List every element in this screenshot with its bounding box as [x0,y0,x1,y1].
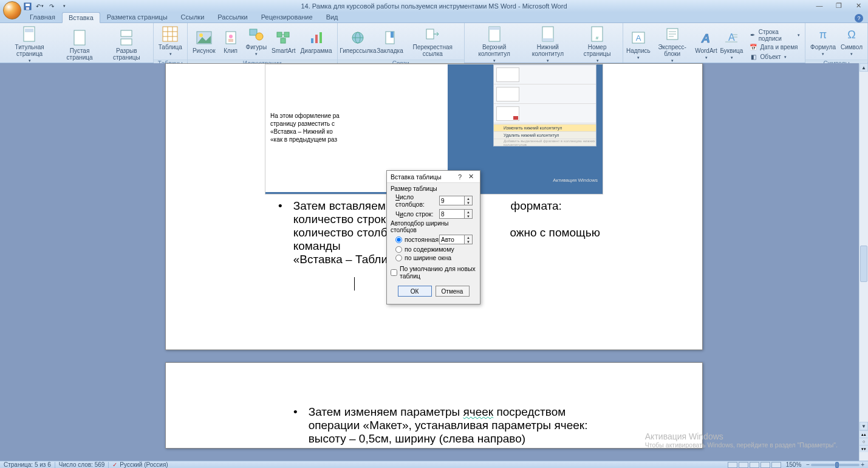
svg-rect-5 [74,30,85,45]
signature-line-button[interactable]: ✒Строка подписи▾ [747,28,802,43]
symbol-button[interactable]: ΩСимвол▾ [838,24,865,58]
titlebar: ↶▾ ↷ ▾ 14. Рамка для курсовой работы пол… [0,0,868,12]
text: На этом оформление ра [270,112,340,119]
textbox-button[interactable]: AНадпись▾ [626,28,651,62]
scroll-thumb[interactable] [860,246,867,282]
browse-object-button[interactable]: ○ [859,438,868,445]
page-break-button[interactable]: Разрыв страницы [103,28,151,62]
language-indicator[interactable]: Русский (Россия) [120,461,168,468]
bookmark-button[interactable]: Закладка [376,28,403,55]
smartart-button[interactable]: SmartArt [269,28,298,55]
undo-icon[interactable]: ↶▾ [34,1,45,11]
next-page-button[interactable]: ▾▾ [859,445,868,452]
tab-view[interactable]: Вид [320,12,345,22]
page[interactable]: Затем изменяем параметры ячеек посредств… [165,362,703,449]
header-button[interactable]: Верхний колонтитул▾ [467,24,522,65]
view-full-screen[interactable] [739,462,748,468]
close-button[interactable]: ✕ [851,1,866,10]
calendar-icon: 📅 [749,43,757,52]
view-draft[interactable] [771,462,781,468]
group-text: AНадпись▾ Экспресс-блоки▾ AWordArt▾ AБук… [623,23,805,63]
tab-mailings[interactable]: Рассылки [211,12,254,22]
dialog-titlebar[interactable]: Вставка таблицы ? ✕ [387,171,480,183]
dialog-help-button[interactable]: ? [454,173,465,181]
signature-icon: ✒ [749,31,756,40]
equation-button[interactable]: πФормула▾ [808,24,838,58]
prev-page-button[interactable]: ▴▴ [859,430,868,438]
scroll-up-button[interactable]: ▲ [859,63,868,72]
chart-button[interactable]: Диаграмма [298,28,335,55]
redo-icon[interactable]: ↷ [46,1,57,11]
word-count[interactable]: Число слов: 569 [59,461,105,468]
dialog-close-button[interactable]: ✕ [465,173,476,181]
blank-page-button[interactable]: Пустая страница [56,28,103,62]
shapes-button[interactable]: Фигуры▾ [244,24,269,58]
zoom-out-button[interactable]: − [806,461,810,468]
cancel-button[interactable]: Отмена [436,286,470,297]
watermark: Активация Windows [553,177,598,183]
pagenum-button[interactable]: #Номер страницы▾ [574,24,620,65]
object-button[interactable]: ◧Объект▾ [747,52,802,62]
scroll-down-button[interactable]: ▼ [859,422,868,430]
svg-rect-7 [121,39,132,45]
crossref-button[interactable]: Перекрестная ссылка [404,24,462,58]
fixed-width-spinner[interactable]: ▲▼ [465,235,473,244]
object-icon: ◧ [749,53,757,61]
tab-insert[interactable]: Вставка [62,12,100,23]
zoom-slider[interactable] [811,464,859,466]
svg-text:A: A [636,33,641,43]
page-indicator[interactable]: Страница: 5 из 6 [4,461,51,468]
clip-button[interactable]: Клип [218,28,244,55]
qat-more-icon[interactable]: ▾ [58,1,69,11]
picture-button[interactable]: Рисунок [190,28,218,55]
view-print-layout[interactable] [728,462,737,468]
label: Фигуры [246,44,267,50]
view-web-layout[interactable] [750,462,759,468]
proofing-icon[interactable]: ✓ [112,461,117,468]
svg-rect-35 [542,38,553,41]
zoom-slider-thumb[interactable] [835,462,839,468]
view-outline[interactable] [760,462,770,468]
table-button[interactable]: Таблица▾ [156,24,185,58]
fixed-width-radio[interactable] [395,236,402,243]
tab-review[interactable]: Рецензирование [255,12,320,22]
window-controls: — ❐ ✕ [812,1,866,10]
save-icon[interactable] [22,1,33,11]
ok-button[interactable]: ОК [398,286,432,297]
zoom-in-button[interactable]: + [861,461,864,468]
equation-icon: π [814,26,832,43]
dropcap-button[interactable]: AБуквица▾ [719,28,744,62]
minimize-button[interactable]: — [812,1,827,10]
vertical-scrollbar[interactable]: ▲ ▴▴ ○ ▾▾ ▼ [859,63,868,461]
cover-page-button[interactable]: Титульная страница▾ [2,24,56,65]
autofit-window-radio[interactable] [395,255,402,261]
remember-checkbox[interactable] [391,269,397,276]
svg-rect-31 [426,29,434,39]
tab-home[interactable]: Главная [23,12,62,22]
label: Титульная страница [5,44,54,57]
embedded-footer-menu: Изменить нижний колонтитул Удалить нижни… [493,64,596,146]
ribbon-tabs: Главная Вставка Разметка страницы Ссылки… [0,12,868,23]
columns-input[interactable] [439,196,465,205]
tab-layout[interactable]: Разметка страницы [100,12,174,22]
datetime-button[interactable]: 📅Дата и время [747,43,802,52]
hyperlink-button[interactable]: Гиперссылка [340,28,377,55]
wordart-button[interactable]: AWordArt▾ [693,28,719,62]
footer-button[interactable]: Нижний колонтитул▾ [521,24,574,65]
quickparts-button[interactable]: Экспресс-блоки▾ [651,24,694,65]
fixed-width-input[interactable] [439,235,465,244]
rows-input[interactable] [439,209,465,219]
textbox-icon: A [629,29,648,46]
zoom-level[interactable]: 150% [786,461,802,468]
maximize-button[interactable]: ❐ [832,1,846,10]
rows-spinner[interactable]: ▲▼ [465,209,473,219]
help-icon[interactable]: ? [855,14,863,22]
columns-spinner[interactable]: ▲▼ [465,196,473,205]
office-button[interactable] [3,1,21,19]
autofit-content-radio[interactable] [395,246,402,253]
svg-rect-33 [489,27,500,30]
svg-text:A: A [701,32,710,45]
tab-references[interactable]: Ссылки [174,12,211,22]
svg-rect-4 [25,29,33,32]
svg-rect-2 [26,7,29,10]
